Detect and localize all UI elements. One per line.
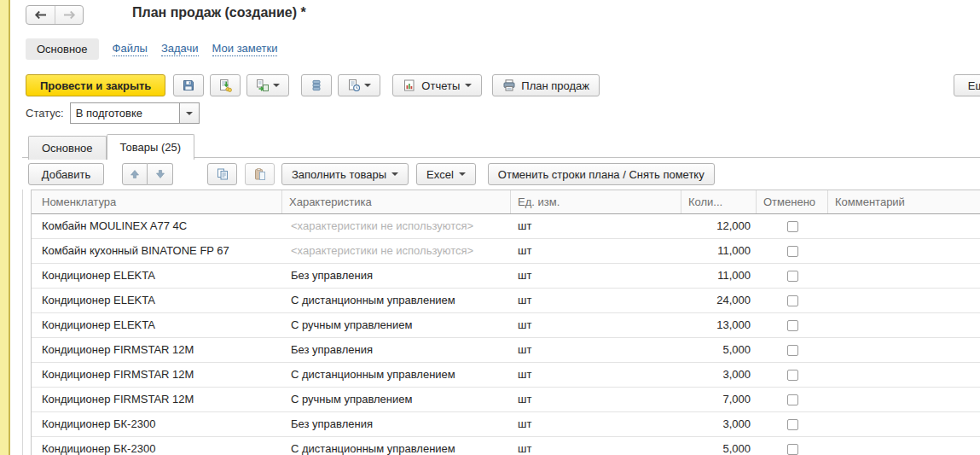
cell-characteristic[interactable]: С ручным управлением	[282, 313, 511, 337]
copy-row-button[interactable]	[207, 163, 237, 185]
print-plan-button[interactable]: План продаж	[492, 74, 600, 96]
nav-tab-main[interactable]: Основное	[26, 38, 99, 60]
cell-quantity[interactable]: 3,000	[681, 363, 757, 387]
table-row[interactable]: Комбайн кухонный BINATONE FP 67 <характе…	[32, 239, 980, 264]
cancelled-checkbox[interactable]	[787, 345, 798, 356]
table-row[interactable]: Кондиционер FIRMSTAR 12M Без управления …	[32, 338, 980, 363]
cell-comment[interactable]	[828, 214, 980, 238]
nav-tab-notes[interactable]: Мои заметки	[212, 42, 278, 56]
cell-unit[interactable]: шт	[511, 313, 681, 337]
cell-comment[interactable]	[828, 363, 980, 387]
cell-characteristic[interactable]: С дистанционным управлением	[282, 437, 511, 455]
register-records-button[interactable]	[301, 74, 332, 96]
cell-quantity[interactable]: 11,000	[681, 264, 757, 288]
col-header-quantity[interactable]: Коли...	[681, 190, 757, 213]
cell-nomenclature[interactable]: Комбайн MOULINEX A77 4C	[32, 214, 282, 238]
cancelled-checkbox[interactable]	[787, 320, 798, 331]
cell-nomenclature[interactable]: Кондиционер ELEKTA	[32, 313, 282, 337]
excel-button[interactable]: Excel	[416, 163, 476, 185]
cell-characteristic[interactable]: С дистанционным управлением	[282, 289, 511, 312]
cancelled-checkbox[interactable]	[787, 246, 798, 257]
cell-characteristic[interactable]: <характеристики не используются>	[282, 214, 511, 238]
paste-row-button[interactable]	[245, 163, 275, 185]
cell-comment[interactable]	[828, 388, 980, 411]
document-journal-button[interactable]	[338, 74, 380, 96]
cell-quantity[interactable]: 5,000	[681, 338, 757, 362]
cell-unit[interactable]: шт	[511, 239, 681, 263]
create-based-on-button[interactable]	[246, 74, 289, 96]
status-dropdown-button[interactable]	[180, 102, 200, 124]
cell-comment[interactable]	[828, 289, 980, 312]
table-row[interactable]: Кондиционер FIRMSTAR 12M С дистанционным…	[32, 363, 980, 388]
status-input[interactable]: В подготовке	[70, 102, 180, 124]
cell-unit[interactable]: шт	[511, 264, 681, 288]
more-button[interactable]: Еще	[954, 74, 980, 96]
reports-button[interactable]: Отчеты	[392, 74, 482, 96]
cancelled-checkbox[interactable]	[787, 370, 798, 381]
table-row[interactable]: Кондиционер ELEKTA С дистанционным управ…	[32, 289, 980, 313]
cell-nomenclature[interactable]: Кондиционер БК-2300	[32, 437, 282, 455]
col-header-comment[interactable]: Комментарий	[828, 190, 980, 213]
table-row[interactable]: Кондиционер ELEKTA С ручным управлением …	[32, 313, 980, 338]
col-header-cancelled[interactable]: Отменено	[757, 190, 828, 213]
cell-quantity[interactable]: 13,000	[681, 313, 757, 337]
cell-comment[interactable]	[828, 437, 980, 455]
cell-comment[interactable]	[828, 313, 980, 337]
cell-unit[interactable]: шт	[511, 412, 681, 436]
cell-comment[interactable]	[828, 412, 980, 436]
cell-nomenclature[interactable]: Кондиционер FIRMSTAR 12M	[32, 338, 282, 362]
cell-unit[interactable]: шт	[511, 388, 681, 411]
cancelled-checkbox[interactable]	[787, 295, 798, 306]
post-and-close-button[interactable]: Провести и закрыть	[26, 74, 165, 96]
table-row[interactable]: Кондиционер БК-2300 С дистанционным упра…	[32, 437, 980, 455]
nav-tab-files[interactable]: Файлы	[113, 42, 148, 56]
cell-quantity[interactable]: 24,000	[681, 289, 757, 312]
cell-nomenclature[interactable]: Кондиционер FIRMSTAR 12M	[32, 363, 282, 387]
add-row-button[interactable]: Добавить	[28, 163, 104, 185]
save-button[interactable]	[173, 74, 204, 96]
cell-characteristic[interactable]: Без управления	[282, 412, 511, 436]
cell-characteristic[interactable]: Без управления	[282, 338, 511, 362]
cell-quantity[interactable]: 12,000	[681, 214, 757, 238]
cell-nomenclature[interactable]: Кондиционер FIRMSTAR 12M	[32, 388, 282, 411]
cell-unit[interactable]: шт	[511, 437, 681, 455]
cell-nomenclature[interactable]: Комбайн кухонный BINATONE FP 67	[32, 239, 282, 263]
cell-nomenclature[interactable]: Кондиционер ELEKTA	[32, 289, 282, 312]
cell-unit[interactable]: шт	[511, 214, 681, 238]
cancelled-checkbox[interactable]	[787, 271, 798, 282]
cell-comment[interactable]	[828, 239, 980, 263]
cell-unit[interactable]: шт	[511, 289, 681, 312]
back-button[interactable]	[26, 6, 55, 24]
cell-quantity[interactable]: 7,000	[681, 388, 757, 411]
cell-characteristic[interactable]: С дистанционным управлением	[282, 363, 511, 387]
post-document-button[interactable]	[210, 74, 241, 96]
tab-goods[interactable]: Товары (25)	[107, 134, 194, 160]
cell-comment[interactable]	[828, 338, 980, 362]
cell-quantity[interactable]: 5,000	[681, 437, 757, 455]
col-header-nomenclature[interactable]: Номенклатура	[32, 190, 282, 213]
table-row[interactable]: Кондиционер FIRMSTAR 12M С ручным управл…	[32, 388, 980, 412]
cell-comment[interactable]	[828, 264, 980, 288]
col-header-characteristic[interactable]: Характеристика	[282, 190, 511, 213]
table-row[interactable]: Кондиционер ELEKTA Без управления шт 11,…	[32, 264, 980, 289]
move-up-button[interactable]	[122, 163, 148, 185]
col-header-unit[interactable]: Ед. изм.	[511, 190, 681, 213]
cell-unit[interactable]: шт	[511, 338, 681, 362]
cancelled-checkbox[interactable]	[787, 444, 798, 455]
forward-button[interactable]	[55, 6, 83, 24]
cell-characteristic[interactable]: <характеристики не используются>	[282, 239, 511, 263]
cell-nomenclature[interactable]: Кондиционер БК-2300	[32, 412, 282, 436]
cell-unit[interactable]: шт	[511, 363, 681, 387]
move-down-button[interactable]	[148, 163, 173, 185]
fill-goods-button[interactable]: Заполнить товары	[281, 163, 409, 185]
cancelled-checkbox[interactable]	[787, 394, 798, 405]
cancelled-checkbox[interactable]	[787, 221, 798, 232]
cell-characteristic[interactable]: С ручным управлением	[282, 388, 511, 411]
cell-nomenclature[interactable]: Кондиционер ELEKTA	[32, 264, 282, 288]
tab-main[interactable]: Основное	[28, 136, 107, 160]
cell-quantity[interactable]: 11,000	[681, 239, 757, 263]
cancelled-checkbox[interactable]	[787, 419, 798, 430]
nav-tab-tasks[interactable]: Задачи	[161, 42, 199, 56]
cell-characteristic[interactable]: Без управления	[282, 264, 511, 288]
table-row[interactable]: Кондиционер БК-2300 Без управления шт 3,…	[32, 412, 980, 437]
